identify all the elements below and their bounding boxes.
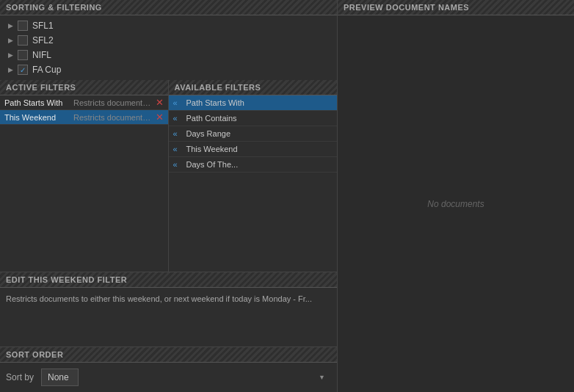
avail-label-path-contains: Path Contains <box>186 114 237 123</box>
avail-label-days-range: Days Range <box>186 129 231 138</box>
available-filters-panel: AVAILABLE FILTERS « Path Starts With « P… <box>169 80 338 272</box>
available-filter-list: « Path Starts With « Path Contains « Day… <box>169 95 338 272</box>
checkbox-sfl2[interactable] <box>18 35 28 46</box>
avail-filter-path-contains[interactable]: « Path Contains <box>169 111 338 126</box>
active-filters-panel: ACTIVE FILTERS Path Starts With Restrict… <box>0 80 169 272</box>
sort-select[interactable]: None Name Date Size <box>41 369 79 386</box>
tree-label-sfl1: SFL1 <box>32 21 54 31</box>
remove-this-weekend-button[interactable]: ✕ <box>156 112 164 122</box>
tree-arrow-facup: ▶ <box>6 65 15 74</box>
active-filters-header: ACTIVE FILTERS <box>0 80 168 95</box>
tree-arrow-sfl2: ▶ <box>6 36 15 45</box>
preview-section: PREVIEW DOCUMENT NAMES No documents <box>338 0 574 392</box>
tree-label-sfl2: SFL2 <box>32 35 54 46</box>
tree-item-sfl2[interactable]: ▶ SFL2 <box>0 33 337 48</box>
tree-label-nifl: NIFL <box>32 50 51 60</box>
sort-header: SORT ORDER <box>0 347 337 363</box>
sort-section: SORT ORDER Sort by None Name Date Size <box>0 346 337 392</box>
checkbox-sfl1[interactable] <box>18 21 28 31</box>
avail-filter-days-range[interactable]: « Days Range <box>169 126 338 142</box>
edit-description: Restricts documents to either this weeke… <box>6 294 331 305</box>
checkbox-facup[interactable]: ✓ <box>18 65 28 75</box>
filter-desc-path-starts: Restricts documents to speci... <box>73 98 153 107</box>
edit-content: Restricts documents to either this weeke… <box>0 288 337 346</box>
avail-arrow-days-range: « <box>173 129 184 138</box>
left-panel: SORTING & FILTERING ▶ SFL1 ▶ SFL2 ▶ NIFL <box>0 0 338 392</box>
avail-arrow-path-contains: « <box>173 114 184 123</box>
sort-select-wrapper: None Name Date Size <box>41 369 331 386</box>
avail-filter-this-weekend[interactable]: « This Weekend <box>169 142 338 157</box>
avail-arrow-path-starts: « <box>173 98 184 107</box>
active-filter-this-weekend[interactable]: This Weekend Restricts documents to eith… <box>0 110 168 125</box>
available-filters-header: AVAILABLE FILTERS <box>169 80 338 95</box>
avail-arrow-days-of-the: « <box>173 160 184 169</box>
filters-row: ACTIVE FILTERS Path Starts With Restrict… <box>0 80 337 272</box>
tree-arrow-nifl: ▶ <box>6 51 15 59</box>
active-filter-path-starts[interactable]: Path Starts With Restricts documents to … <box>0 95 168 110</box>
tree-item-facup[interactable]: ▶ ✓ FA Cup <box>0 62 337 77</box>
edit-section: EDIT THIS WEEKEND FILTER Restricts docum… <box>0 272 337 346</box>
right-panel: PREVIEW DOCUMENT NAMES No documents <box>338 0 574 392</box>
preview-content: No documents <box>338 15 574 392</box>
tree-item-nifl[interactable]: ▶ NIFL <box>0 48 337 62</box>
preview-header: PREVIEW DOCUMENT NAMES <box>338 0 574 15</box>
avail-label-this-weekend: This Weekend <box>186 145 238 153</box>
filter-name-this-weekend: This Weekend <box>4 113 70 122</box>
tree-item-sfl1[interactable]: ▶ SFL1 <box>0 18 337 33</box>
tree-list: ▶ SFL1 ▶ SFL2 ▶ NIFL ▶ ✓ FA Cu <box>0 15 337 80</box>
active-filter-list: Path Starts With Restricts documents to … <box>0 95 168 272</box>
edit-header: EDIT THIS WEEKEND FILTER <box>0 272 337 288</box>
avail-filter-days-of-the[interactable]: « Days Of The... <box>169 157 338 173</box>
avail-label-path-starts: Path Starts With <box>186 98 244 107</box>
remove-path-starts-button[interactable]: ✕ <box>156 98 164 107</box>
sort-content: Sort by None Name Date Size <box>0 363 337 392</box>
avail-label-days-of-the: Days Of The... <box>186 160 239 169</box>
no-documents-text: No documents <box>427 199 484 209</box>
avail-filter-path-starts[interactable]: « Path Starts With <box>169 95 338 111</box>
tree-label-facup: FA Cup <box>32 65 61 75</box>
filter-name-path-starts: Path Starts With <box>4 98 70 107</box>
sorting-header: SORTING & FILTERING <box>0 0 337 15</box>
sort-label: Sort by <box>6 372 34 382</box>
filter-desc-this-weekend: Restricts documents to either ... <box>73 113 153 122</box>
sorting-section: SORTING & FILTERING ▶ SFL1 ▶ SFL2 ▶ NIFL <box>0 0 337 80</box>
avail-arrow-this-weekend: « <box>173 145 184 153</box>
checkbox-nifl[interactable] <box>18 50 28 60</box>
tree-arrow-sfl1: ▶ <box>6 21 15 30</box>
